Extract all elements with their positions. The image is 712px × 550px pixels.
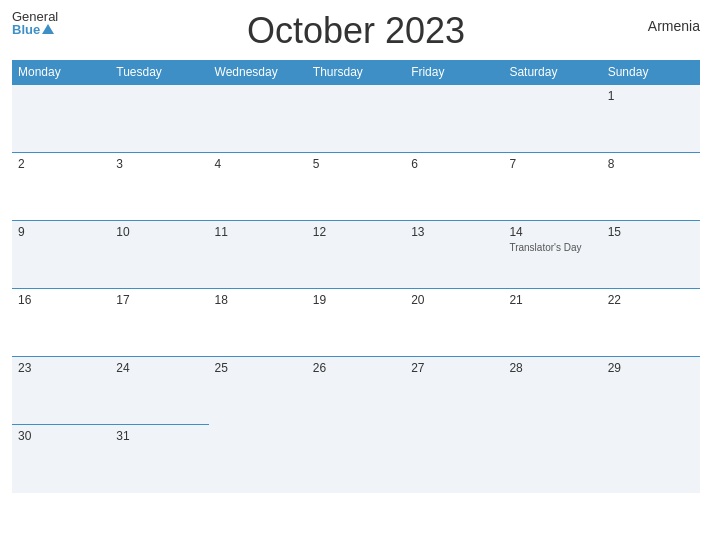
calendar-cell: 1: [602, 85, 700, 153]
month-title: October 2023: [247, 10, 465, 52]
calendar-cell: [110, 85, 208, 153]
day-number: 29: [608, 361, 694, 375]
day-number: 4: [215, 157, 301, 171]
calendar-cell: [307, 85, 405, 153]
week-row-6: 3031: [12, 425, 700, 493]
logo: General Blue: [12, 10, 58, 36]
calendar-header: General Blue October 2023 Armenia: [12, 10, 700, 52]
calendar-cell: 27: [405, 357, 503, 425]
calendar-cell: 4: [209, 153, 307, 221]
day-number: 30: [18, 429, 104, 443]
week-row-2: 2345678: [12, 153, 700, 221]
calendar-cell: 7: [503, 153, 601, 221]
day-number: 3: [116, 157, 202, 171]
calendar-cell: 31: [110, 425, 208, 493]
day-number: 23: [18, 361, 104, 375]
day-number: 19: [313, 293, 399, 307]
weekday-header-wednesday: Wednesday: [209, 60, 307, 85]
weekday-header-tuesday: Tuesday: [110, 60, 208, 85]
day-number: 1: [608, 89, 694, 103]
day-number: 16: [18, 293, 104, 307]
calendar-cell: 6: [405, 153, 503, 221]
calendar-cell: 21: [503, 289, 601, 357]
day-number: 5: [313, 157, 399, 171]
calendar-cell: [405, 85, 503, 153]
calendar-cell: 26: [307, 357, 405, 425]
calendar-cell: 2: [12, 153, 110, 221]
day-number: 26: [313, 361, 399, 375]
day-number: 28: [509, 361, 595, 375]
calendar-cell: 29: [602, 357, 700, 425]
day-number: 24: [116, 361, 202, 375]
calendar-cell: 9: [12, 221, 110, 289]
calendar-cell: 13: [405, 221, 503, 289]
calendar-cell: 10: [110, 221, 208, 289]
day-number: 20: [411, 293, 497, 307]
logo-blue-text: Blue: [12, 23, 40, 36]
calendar-cell: 24: [110, 357, 208, 425]
day-number: 14: [509, 225, 595, 239]
calendar-cell: 12: [307, 221, 405, 289]
weekday-header-saturday: Saturday: [503, 60, 601, 85]
calendar-cell: 20: [405, 289, 503, 357]
logo-line: Blue: [12, 23, 58, 36]
event-label: Translator's Day: [509, 241, 595, 254]
day-number: 21: [509, 293, 595, 307]
day-number: 27: [411, 361, 497, 375]
weekday-header-row: MondayTuesdayWednesdayThursdayFridaySatu…: [12, 60, 700, 85]
calendar-cell: 19: [307, 289, 405, 357]
day-number: 18: [215, 293, 301, 307]
day-number: 15: [608, 225, 694, 239]
calendar-cell: [209, 85, 307, 153]
calendar-cell: [503, 425, 601, 493]
day-number: 17: [116, 293, 202, 307]
calendar-cell: 17: [110, 289, 208, 357]
day-number: 25: [215, 361, 301, 375]
calendar-cell: 30: [12, 425, 110, 493]
logo-triangle-icon: [42, 24, 54, 34]
weekday-header-monday: Monday: [12, 60, 110, 85]
calendar-cell: [405, 425, 503, 493]
calendar-cell: 25: [209, 357, 307, 425]
day-number: 9: [18, 225, 104, 239]
day-number: 22: [608, 293, 694, 307]
week-row-3: 91011121314Translator's Day15: [12, 221, 700, 289]
week-row-5: 23242526272829: [12, 357, 700, 425]
week-row-4: 16171819202122: [12, 289, 700, 357]
calendar-cell: [602, 425, 700, 493]
calendar-cell: 3: [110, 153, 208, 221]
calendar-cell: 22: [602, 289, 700, 357]
calendar-cell: 23: [12, 357, 110, 425]
calendar-cell: 5: [307, 153, 405, 221]
calendar-container: General Blue October 2023 Armenia Monday…: [0, 0, 712, 550]
day-number: 2: [18, 157, 104, 171]
day-number: 7: [509, 157, 595, 171]
calendar-cell: [503, 85, 601, 153]
weekday-header-sunday: Sunday: [602, 60, 700, 85]
day-number: 10: [116, 225, 202, 239]
country-label: Armenia: [648, 18, 700, 34]
day-number: 11: [215, 225, 301, 239]
calendar-cell: 8: [602, 153, 700, 221]
day-number: 6: [411, 157, 497, 171]
weekday-header-friday: Friday: [405, 60, 503, 85]
calendar-cell: [12, 85, 110, 153]
calendar-cell: 14Translator's Day: [503, 221, 601, 289]
weekday-header-thursday: Thursday: [307, 60, 405, 85]
calendar-cell: 11: [209, 221, 307, 289]
day-number: 8: [608, 157, 694, 171]
calendar-cell: 28: [503, 357, 601, 425]
day-number: 12: [313, 225, 399, 239]
calendar-cell: 18: [209, 289, 307, 357]
calendar-cell: [307, 425, 405, 493]
calendar-grid: MondayTuesdayWednesdayThursdayFridaySatu…: [12, 60, 700, 493]
calendar-cell: 16: [12, 289, 110, 357]
calendar-cell: [209, 425, 307, 493]
week-row-1: 1: [12, 85, 700, 153]
day-number: 31: [116, 429, 202, 443]
day-number: 13: [411, 225, 497, 239]
calendar-cell: 15: [602, 221, 700, 289]
